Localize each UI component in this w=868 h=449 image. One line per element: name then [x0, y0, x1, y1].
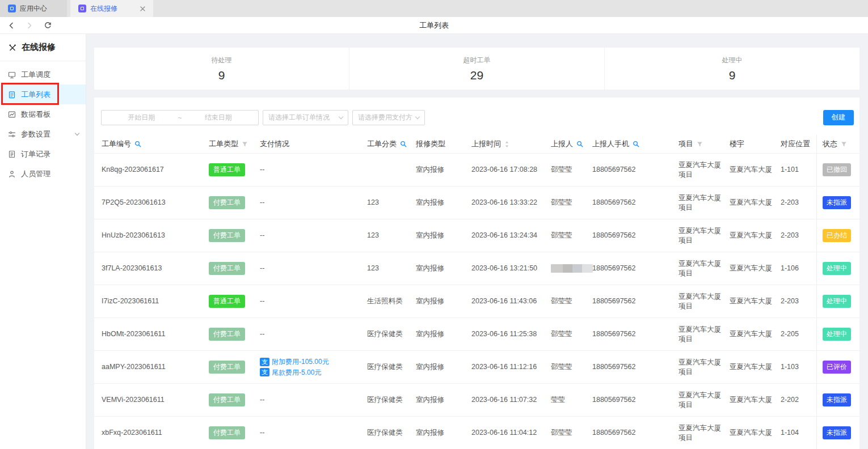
cell-order-type: 付费工单 [209, 328, 260, 340]
filter-icon[interactable] [697, 141, 703, 147]
cell-repair-type: 室内报修 [416, 264, 471, 273]
cell-repair-type: 室内报修 [416, 296, 471, 306]
pay-tag-icon: 支 [260, 358, 269, 366]
cell-reporter: 邵莹莹 [551, 329, 592, 339]
cell-reporter: 邵莹莹 [551, 296, 592, 306]
sidebar-item-dashboard[interactable]: 数据看板 [0, 104, 86, 124]
cell-phone: 18805697562 [592, 395, 679, 405]
tools-icon [8, 43, 17, 52]
cell-order-id: Kn8qg-2023061617 [102, 165, 209, 175]
sidebar-item-records[interactable]: 订单记录 [0, 144, 86, 164]
online-repair-icon [78, 5, 86, 12]
payment-link-label: 尾款费用-5.00元 [272, 368, 321, 377]
search-icon[interactable] [400, 141, 407, 147]
cell-phone: 18805697562 [592, 231, 679, 240]
payment-link[interactable]: 支附加费用-105.00元 [260, 357, 360, 366]
sidebar-item-label: 参数设置 [21, 129, 70, 139]
payer-select[interactable]: 请选择费用支付方 [352, 110, 425, 125]
chevron-down-icon [75, 131, 79, 135]
cell-order-id: VEMVi-2023061611 [102, 395, 209, 405]
status-badge: 已办结 [823, 229, 851, 242]
sidebar-item-label: 数据看板 [21, 109, 79, 120]
cell-order-type: 付费工单 [209, 426, 260, 439]
column-header-phone: 上报人手机 [592, 135, 679, 153]
page-title: 工单列表 [0, 20, 868, 31]
column-header-order-id: 工单编号 [102, 135, 209, 153]
main-content: 待处理9超时工单29处理中9 开始日期 ~ 结束日期 请选择工单订单情况 请选择… [86, 34, 868, 449]
cell-project: 亚夏汽车大厦项目 [679, 391, 730, 410]
sidebar-item-people[interactable]: 人员管理 [0, 164, 86, 184]
create-button[interactable]: 创建 [823, 110, 854, 125]
cell-project: 亚夏汽车大厦项目 [679, 160, 730, 180]
column-header-category: 工单分类 [367, 135, 416, 153]
cell-category: 123 [367, 231, 416, 240]
filter-icon[interactable] [242, 141, 248, 147]
cell-project: 亚夏汽车大厦项目 [679, 423, 730, 443]
sidebar-menu: 工单调度工单列表数据看板参数设置订单记录人员管理 [0, 61, 86, 184]
cell-building: 亚夏汽车大厦 [730, 362, 781, 372]
cell-payment: -- [260, 296, 367, 306]
cell-repair-type: 室内报修 [416, 428, 471, 438]
browser-tabbar: 应用中心 在线报修 [0, 0, 868, 17]
filter-icon[interactable] [841, 141, 847, 147]
cell-order-type: 付费工单 [209, 361, 260, 373]
sidebar-item-list[interactable]: 工单列表 [0, 84, 86, 104]
chevron-down-icon [339, 115, 343, 119]
cell-status: 已评价 [816, 351, 859, 383]
filter-bar: 开始日期 ~ 结束日期 请选择工单订单情况 请选择费用支付方 创建 [94, 110, 859, 125]
cell-phone: 18805697562 [592, 198, 679, 207]
payment-link[interactable]: 支尾款费用-5.00元 [260, 368, 360, 377]
search-icon[interactable] [576, 141, 583, 147]
cell-status: 处理中 [816, 285, 859, 317]
sidebar-item-dispatch[interactable]: 工单调度 [0, 65, 86, 84]
order-type-badge: 付费工单 [209, 426, 245, 439]
cell-repair-type: 室内报修 [416, 165, 471, 175]
cell-category: 医疗保健类 [367, 329, 416, 339]
cell-phone: 18805697562 [592, 165, 679, 175]
tab-online-repair[interactable]: 在线报修 [70, 0, 153, 17]
cell-position: 1-104 [781, 428, 816, 438]
cell-category: 123 [367, 264, 416, 273]
cell-order-type: 付费工单 [209, 196, 260, 209]
cell-phone: 18805697562 [592, 362, 679, 372]
date-range-input[interactable]: 开始日期 ~ 结束日期 [101, 110, 259, 125]
status-badge: 处理中 [823, 295, 851, 307]
order-status-select[interactable]: 请选择工单订单情况 [263, 110, 348, 125]
back-icon[interactable] [5, 19, 18, 32]
sidebar-item-label: 人员管理 [21, 169, 79, 179]
cell-building: 亚夏汽车大厦 [730, 428, 781, 438]
chevron-down-icon [415, 115, 420, 119]
cell-payment: -- [260, 428, 367, 438]
column-label: 项目 [679, 139, 693, 149]
cell-report-time: 2023-06-16 11:25:38 [471, 329, 551, 339]
forward-icon[interactable] [23, 19, 36, 32]
cell-project: 亚夏汽车大厦项目 [679, 193, 730, 213]
cell-project: 亚夏汽车大厦项目 [679, 259, 730, 278]
order-type-badge: 付费工单 [209, 262, 245, 274]
tab-app-center[interactable]: 应用中心 [0, 0, 67, 17]
column-header-report-time: 上报时间 [471, 135, 551, 153]
app-window: 应用中心 在线报修 工单列表 在线报修 [0, 0, 868, 449]
search-icon[interactable] [633, 141, 639, 147]
column-label: 工单编号 [102, 139, 131, 149]
column-label: 上报人手机 [592, 139, 629, 149]
cell-payment: 支附加费用-105.00元支尾款费用-5.00元 [260, 356, 367, 378]
cell-reporter: 邵莹莹 [551, 165, 592, 175]
payer-placeholder: 请选择费用支付方 [358, 113, 412, 122]
sort-icon[interactable] [504, 141, 509, 148]
cell-report-time: 2023-06-16 11:12:16 [471, 362, 551, 372]
sidebar-item-settings[interactable]: 参数设置 [0, 124, 86, 144]
search-icon[interactable] [134, 141, 141, 147]
cell-building: 亚夏汽车大厦 [730, 264, 781, 273]
cell-building: 亚夏汽车大厦 [730, 165, 781, 175]
cell-phone: 18805697562 [592, 329, 679, 339]
column-header-order-type: 工单类型 [209, 135, 260, 153]
cell-position: 1-101 [781, 165, 816, 175]
refresh-icon[interactable] [41, 19, 54, 32]
status-badge: 处理中 [823, 328, 851, 340]
close-icon[interactable] [132, 6, 145, 11]
cell-reporter: 邵莹莹 [551, 428, 592, 438]
cell-repair-type: 室内报修 [416, 362, 471, 372]
cell-project: 亚夏汽车大厦项目 [679, 226, 730, 245]
stat-block: 处理中9 [604, 48, 859, 90]
